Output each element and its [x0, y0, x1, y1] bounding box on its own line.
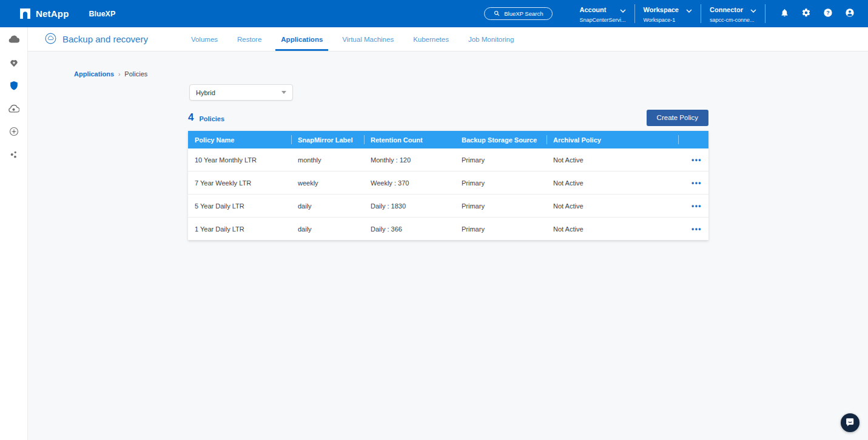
- cell-retention-count: Daily : 366: [364, 225, 455, 233]
- cell-archival-policy: Not Active: [547, 202, 678, 210]
- chat-bubble-icon: [845, 417, 855, 429]
- topbar-menu-account[interactable]: AccountSnapCenterServi...: [571, 4, 634, 23]
- table-header-row: Policy NameSnapMirror LabelRetention Cou…: [188, 131, 708, 148]
- bluexp-search-button[interactable]: BlueXP Search: [484, 7, 553, 20]
- table-row: 10 Year Monthly LTRmonthlyMonthly : 120P…: [188, 148, 708, 172]
- row-actions-menu-button[interactable]: •••: [689, 223, 704, 235]
- menu-value: Workspace-1: [644, 17, 693, 23]
- breadcrumb-current: Policies: [124, 70, 147, 78]
- cell-snapmirror-label: daily: [291, 202, 364, 210]
- table-row: 7 Year Weekly LTRweeklyWeekly : 370Prima…: [188, 172, 708, 195]
- cell-actions: •••: [678, 154, 708, 166]
- brand-product: BlueXP: [89, 10, 116, 18]
- policies-list-header: 4 Policies Create Policy: [188, 109, 708, 126]
- cell-snapmirror-label: weekly: [291, 179, 364, 187]
- cell-backup-storage-source: Primary: [455, 179, 547, 187]
- notifications-icon: [780, 8, 789, 19]
- cell-policy-name: 10 Year Monthly LTR: [188, 156, 291, 164]
- tab-restore[interactable]: Restore: [227, 27, 271, 51]
- cell-policy-name: 7 Year Weekly LTR: [188, 179, 291, 187]
- service-tabs: VolumesRestoreApplicationsVirtual Machin…: [181, 27, 523, 51]
- create-policy-button[interactable]: Create Policy: [647, 110, 708, 126]
- table-body: 10 Year Monthly LTRmonthlyMonthly : 120P…: [188, 148, 708, 241]
- column-header-snapmirror-label: SnapMirror Label: [291, 131, 364, 148]
- help-button[interactable]: ?: [823, 8, 833, 19]
- policies-table: Policy NameSnapMirror LabelRetention Cou…: [188, 131, 708, 241]
- environment-dropdown-value: Hybrid: [196, 89, 215, 96]
- storage-icon: [8, 35, 19, 46]
- chevron-down-icon: [620, 4, 626, 15]
- netapp-logo-icon: [20, 8, 36, 19]
- user-icon: [845, 8, 855, 19]
- menu-label: Workspace: [644, 6, 679, 13]
- cell-retention-count: Daily : 1830: [364, 202, 455, 210]
- cell-snapmirror-label: daily: [291, 225, 364, 233]
- topbar-menu-workspace[interactable]: WorkspaceWorkspace-1: [634, 4, 701, 23]
- policies-count-label: Policies: [199, 115, 224, 122]
- topbar-menu-connector[interactable]: Connectorsapcc-cm-conne...: [701, 4, 765, 23]
- cell-archival-policy: Not Active: [547, 179, 678, 187]
- health-icon: [9, 58, 19, 70]
- cell-policy-name: 1 Year Daily LTR: [188, 225, 291, 233]
- menu-value: sapcc-cm-conne...: [710, 17, 756, 23]
- policies-count: 4: [188, 112, 193, 124]
- cell-snapmirror-label: monthly: [291, 156, 364, 164]
- help-icon: ?: [823, 8, 833, 19]
- ellipsis-icon: •••: [691, 225, 702, 233]
- column-header-policy-name: Policy Name: [188, 131, 291, 148]
- brand: NetApp BlueXP: [20, 8, 115, 19]
- column-header-actions: [678, 131, 708, 148]
- tab-virtual-machines[interactable]: Virtual Machines: [332, 27, 403, 51]
- environment-dropdown[interactable]: Hybrid: [189, 84, 293, 101]
- search-icon: [494, 10, 500, 18]
- service-title: Backup and recovery: [45, 27, 148, 51]
- row-actions-menu-button[interactable]: •••: [689, 177, 704, 189]
- cell-retention-count: Weekly : 370: [364, 179, 455, 187]
- sidebar-item-protection[interactable]: [0, 75, 28, 98]
- main-content: Applications › Policies Hybrid 4 Policie…: [28, 52, 868, 440]
- row-actions-menu-button[interactable]: •••: [689, 200, 704, 212]
- tab-volumes[interactable]: Volumes: [181, 27, 227, 51]
- sidebar-item-storage[interactable]: [0, 29, 28, 52]
- chevron-down-icon: [281, 91, 286, 94]
- search-label: BlueXP Search: [504, 10, 543, 17]
- cell-policy-name: 5 Year Daily LTR: [188, 202, 291, 210]
- extensions-icon: [9, 127, 19, 139]
- tab-job-monitoring[interactable]: Job Monitoring: [459, 27, 523, 51]
- topbar: NetApp BlueXP BlueXP Search AccountSnapC…: [0, 0, 868, 27]
- cell-actions: •••: [678, 200, 708, 212]
- mobility-icon: [8, 104, 19, 116]
- column-header-backup-storage-source: Backup Storage Source: [455, 131, 547, 148]
- breadcrumb: Applications › Policies: [74, 70, 147, 78]
- settings-icon: [801, 8, 811, 19]
- row-actions-menu-button[interactable]: •••: [689, 154, 704, 166]
- column-header-retention-count: Retention Count: [364, 131, 455, 148]
- notifications-button[interactable]: [780, 8, 789, 19]
- brand-name: NetApp: [36, 8, 69, 19]
- breadcrumb-applications-link[interactable]: Applications: [74, 70, 114, 78]
- sidebar-item-governance[interactable]: [0, 144, 28, 167]
- table-row: 5 Year Daily LTRdailyDaily : 1830Primary…: [188, 195, 708, 218]
- backup-recovery-icon: [45, 33, 56, 46]
- sidebar-item-extensions[interactable]: [0, 121, 28, 144]
- topbar-right: BlueXP Search AccountSnapCenterServi...W…: [484, 4, 868, 23]
- menu-label: Account: [579, 6, 606, 13]
- user-button[interactable]: [845, 8, 855, 19]
- tab-applications[interactable]: Applications: [271, 27, 332, 51]
- cell-actions: •••: [678, 177, 708, 189]
- cell-backup-storage-source: Primary: [455, 156, 547, 164]
- protection-icon: [10, 81, 18, 93]
- cell-backup-storage-source: Primary: [455, 225, 547, 233]
- tab-kubernetes[interactable]: Kubernetes: [403, 27, 459, 51]
- cell-retention-count: Monthly : 120: [364, 156, 455, 164]
- ellipsis-icon: •••: [691, 179, 702, 187]
- governance-icon: [9, 150, 18, 162]
- settings-button[interactable]: [801, 8, 811, 19]
- breadcrumb-separator: ›: [118, 71, 120, 78]
- column-header-archival-policy: Archival Policy: [547, 131, 678, 148]
- topbar-action-icons: ?: [780, 8, 855, 19]
- sidebar-item-health[interactable]: [0, 52, 28, 75]
- topbar-menus: AccountSnapCenterServi...WorkspaceWorksp…: [571, 4, 765, 23]
- chat-button[interactable]: [841, 413, 860, 432]
- sidebar-item-mobility[interactable]: [0, 98, 28, 121]
